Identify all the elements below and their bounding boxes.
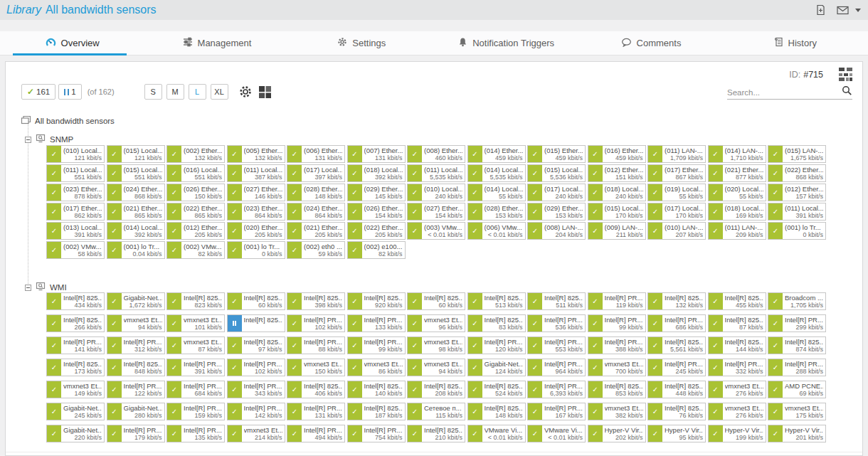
sensor-tile[interactable]: ✓vmxnet3 Et...101 kbit/s [166,314,225,332]
sensor-tile[interactable]: ✓(002) VMw...82 kbit/s [166,241,225,259]
tab-history[interactable]: History [724,31,868,55]
sensor-tile[interactable]: ✓(015) Ether...459 kbit/s [527,145,586,163]
sensor-tile[interactable]: ✓(017) Local...397 kbit/s [287,164,345,182]
sensor-tile[interactable]: ✓(008) LAN-...204 kbit/s [527,222,586,240]
grid-view-icon[interactable] [258,85,272,99]
sensor-tile[interactable]: ✓Intel[R] PR...131 kbit/s [287,403,345,420]
sensor-tile[interactable]: ✓Intel[R] PR...142 kbit/s [227,403,285,420]
collapse-icon[interactable] [25,137,31,143]
sensor-tile[interactable]: ✓(022) Ether...865 kbit/s [166,203,225,221]
sensor-tile[interactable]: ✓Intel[R] 825...210 kbit/s [407,425,465,442]
sensor-tile[interactable]: ✓(002) Ether...132 kbit/s [166,145,225,163]
sensor-tile[interactable]: ✓Intel[R] PR...99 kbit/s [347,336,406,354]
sensor-tile[interactable]: ✓(002) eth0 ...59 kbit/s [287,241,345,259]
sensor-tile[interactable]: ✓Intel[R] 825...173 kbit/s [46,359,105,376]
sensor-tile[interactable]: ✓(020) Local...55 kbit/s [708,184,766,201]
sensor-tile[interactable]: ✓Intel[R] 825...513 kbit/s [467,292,526,310]
sensor-tile[interactable]: ✓Gigabit-Net...220 kbit/s [46,425,105,442]
sensor-tile[interactable]: ✓(026) Ether...154 kbit/s [347,203,406,221]
sensor-tile[interactable]: ✓vmxnet3 Et...86 kbit/s [347,359,406,376]
up-sensors-filter-button[interactable]: ✓ 161 [21,84,55,100]
sensor-tile[interactable]: ✓(014) Local...5,535 kbit/s [467,164,526,182]
sensor-tile[interactable]: ✓(024) Ether...864 kbit/s [287,203,345,221]
sensor-tile[interactable]: ✓Broadcom ...1,705 kbit/s [768,292,826,310]
sensor-tile[interactable]: ✓(027) Ether...146 kbit/s [227,184,285,201]
sensor-tile[interactable]: ✓vmxnet3 Et...87 kbit/s [166,336,225,354]
sensor-tile[interactable]: ✓Intel[R] PR...179 kbit/s [107,425,165,442]
sensor-tile[interactable]: ✓Intel[R] 825...853 kbit/s [588,381,646,398]
sensor-tile[interactable]: ✓Intel[R] 825...448 kbit/s [647,381,706,398]
sensor-tile[interactable]: ✓(015) Local...5,536 kbit/s [527,164,586,182]
size-button-m[interactable]: M [166,84,184,100]
sensor-tile[interactable]: ✓(010) Local...121 kbit/s [46,145,105,163]
sensor-tile[interactable]: ✓Intel[R] PR...102 kbit/s [227,359,285,376]
sensor-tile[interactable]: ✓Intel[R] PR...133 kbit/s [347,314,406,332]
sensor-tile[interactable]: ✓vmxnet3 Et...149 kbit/s [46,381,105,398]
tab-notification-triggers[interactable]: Notification Triggers [434,31,578,55]
sensor-tile[interactable]: ✓vmxnet3 Et...94 kbit/s [407,359,465,376]
sensor-tile[interactable]: ✓(026) Ether...150 kbit/s [166,184,225,201]
sensor-tile[interactable]: ✓(015) LAN-...1,675 kbit/s [768,145,826,163]
sensor-tile[interactable]: ✓(002) e100...82 kbit/s [347,241,406,259]
sensor-tile[interactable]: ✓Intel[R] 825...83 kbit/s [467,314,526,332]
sensor-tile[interactable]: ✓Intel[R] PR...494 kbit/s [287,425,345,442]
sensor-tile[interactable]: ✓(028) Ether...148 kbit/s [287,184,345,201]
sensor-tile[interactable]: ✓Intel[R] PR...684 kbit/s [166,381,225,398]
sensor-tile[interactable]: ✓Intel[R] PR...119 kbit/s [588,292,646,310]
sensor-tile[interactable]: ✓vmxnet3 Et...382 kbit/s [588,403,646,420]
sensor-tile[interactable]: ✓Hyper-V Vir...201 kbit/s [768,425,826,442]
size-button-s[interactable]: S [144,84,162,100]
collapse-icon[interactable] [25,285,31,291]
sensor-tile[interactable]: ✓(027) Ether...154 kbit/s [407,203,465,221]
sensor-tile[interactable]: ✓Intel[R] PR...288 kbit/s [768,359,826,376]
sensor-tile[interactable]: ✓(007) Ether...131 kbit/s [347,145,406,163]
sensor-tile[interactable]: ✓(010) Local...240 kbit/s [407,184,465,201]
sensor-tile[interactable]: ✓(014) Local...392 kbit/s [107,222,165,240]
sensor-tile[interactable]: ✓Intel[R] PR...312 kbit/s [107,336,165,354]
sensor-tile[interactable]: ✓(017) Local...170 kbit/s [647,203,706,221]
sensor-tile[interactable]: ✓Intel[R] PR...388 kbit/s [588,336,646,354]
sensor-tile[interactable]: ✓vmxnet3 Et...98 kbit/s [407,336,465,354]
sensor-tile-paused[interactable]: Intel[R] 825... [227,314,285,332]
sensor-tile[interactable]: ✓Intel[R] 825...5,561 kbit/s [647,336,706,354]
sensor-tile[interactable]: ✓(017) Ether...867 kbit/s [647,164,706,182]
sensor-tile[interactable]: ✓Intel[R] 825...920 kbit/s [347,292,406,310]
size-button-xl[interactable]: XL [211,84,228,100]
sensor-tile[interactable]: ✓VMware Vi...< 0.01 kbit/s [527,425,586,442]
sensor-tile[interactable]: ✓(017) Ether...862 kbit/s [46,203,105,221]
sensor-tile[interactable]: ✓(006) Ether...131 kbit/s [287,145,345,163]
sensor-tile[interactable]: ✓(001) lo Tr...0 kbit/s [768,222,826,240]
size-button-l[interactable]: L [189,84,206,100]
sensor-tile[interactable]: ✓Сетевое п...115 kbit/s [407,403,465,420]
sensor-tile[interactable]: ✓Gigabit-Net...280 kbit/s [107,403,165,420]
sensor-tile[interactable]: ✓(010) LAN-...207 kbit/s [647,222,706,240]
sensor-tile[interactable]: ✓(018) Local...169 kbit/s [708,203,766,221]
sensor-tile[interactable]: ✓(011) Local...391 kbit/s [768,203,826,221]
sensor-tile[interactable]: ✓(013) Local...391 kbit/s [46,222,105,240]
sensor-tile[interactable]: ✓(001) lo Tr...0.04 kbit/s [107,241,165,259]
sensor-tile[interactable]: ✓(009) LAN-...211 kbit/s [588,222,646,240]
sensor-tile[interactable]: ✓(014) LAN-...1,710 kbit/s [708,145,766,163]
group-row-snmp[interactable]: SNMP [25,133,73,146]
sensor-tile[interactable]: ✓Intel[R] PR...141 kbit/s [46,336,105,354]
sensor-tile[interactable]: ✓(015) Local...170 kbit/s [588,203,646,221]
sensor-tile[interactable]: ✓vmxnet3 Et...700 kbit/s [588,359,646,376]
sensor-tile[interactable]: ✓(029) Ether...145 kbit/s [347,184,406,201]
sensor-tile[interactable]: ✓Intel[R] PR...99 kbit/s [588,314,646,332]
sensor-tile[interactable]: ✓Hyper-V Vir...95 kbit/s [647,425,706,442]
sensor-tile[interactable]: ✓(011) Local...5,535 kbit/s [407,164,465,182]
sensor-tile[interactable]: ✓(006) VMw...< 0.01 kbit/s [467,222,526,240]
gear-icon[interactable] [238,85,253,99]
sensor-tile[interactable]: ✓(022) Ether...868 kbit/s [768,164,826,182]
sensor-tile[interactable]: ✓Intel[R] PR...102 kbit/s [287,314,345,332]
sensor-tile[interactable]: ✓Intel[R] PR...686 kbit/s [647,314,706,332]
sensor-tile[interactable]: ✓(011) LAN-...209 kbit/s [708,222,766,240]
sensor-tile[interactable]: ✓(012) Ether...151 kbit/s [588,164,646,182]
sensor-tile[interactable]: ✓(017) Local...240 kbit/s [527,184,586,201]
sensor-tile[interactable]: ✓Intel[R] PR...964 kbit/s [527,359,586,376]
sensor-tile[interactable]: ✓Intel[R] 825...266 kbit/s [46,314,105,332]
sensor-tile[interactable]: ✓Intel[R] 825...97 kbit/s [227,336,285,354]
sensor-tile[interactable]: ✓Intel[R] 825...823 kbit/s [166,292,225,310]
sensor-tile[interactable]: ✓Intel[R] 825...60 kbit/s [407,292,465,310]
sensor-tile[interactable]: ✓vmxnet3 Et...94 kbit/s [107,314,165,332]
